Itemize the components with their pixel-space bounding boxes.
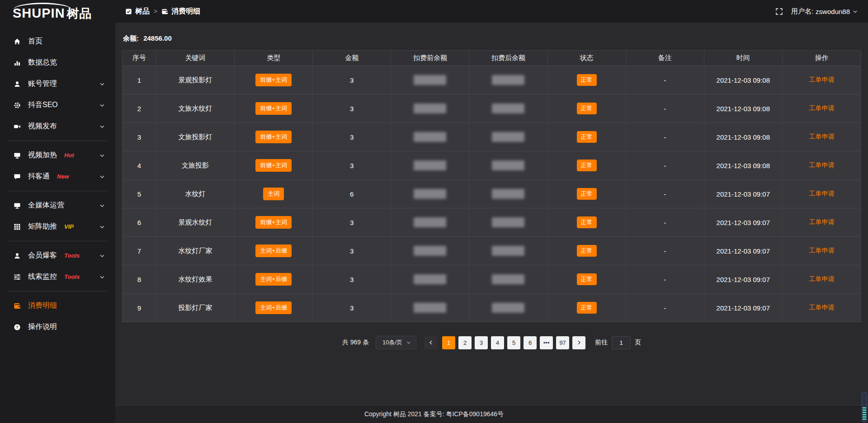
sidebar-item-instructions[interactable]: ? 操作说明 [0,316,115,338]
work-order-link[interactable]: 工单申请 [809,275,834,283]
row-index: 2 [123,94,156,122]
topbar-right: 用户名: zswodun88 [775,7,858,16]
fullscreen-icon[interactable] [775,8,783,15]
home-icon [14,38,21,45]
sidebar-item-consumption-detail[interactable]: 消费明细 [0,295,115,316]
time-cell: 2021-12-03 09:07 [704,208,783,236]
status-cell: 正常 [548,151,626,179]
masked-value [492,303,524,313]
table-row: 9 投影灯厂家 主词+后缀 3 正常 - 2021-12-03 09:07 工单… [123,293,861,322]
sidebar-item-label: 线索监控 [28,272,57,282]
page-button-97[interactable]: 97 [556,336,569,349]
sidebar-item-member-baoke[interactable]: 会员爆客Tools [0,245,115,266]
goto-page-input[interactable] [612,336,631,349]
work-order-link[interactable]: 工单申请 [809,133,834,141]
page-button-1[interactable]: 1 [442,336,455,349]
status-cell: 正常 [548,294,626,322]
sidebar-item-home[interactable]: 首页 [0,31,115,52]
type-cell: 主词+后缀 [235,294,313,322]
prev-page-button[interactable] [424,336,437,349]
page-ellipsis-button[interactable]: ••• [540,336,553,349]
chevron-right-icon [576,340,582,345]
status-badge: 正常 [577,273,597,285]
balance-before-cell [391,94,469,122]
masked-value [492,103,524,113]
sidebar-item-video-publish[interactable]: 视频发布 [0,116,115,137]
type-badge: 前缀+主词 [255,102,292,115]
page-button-3[interactable]: 3 [475,336,488,349]
chevron-down-icon [99,202,105,209]
page-buttons: 123456•••97 [442,336,569,349]
chevron-down-icon [99,253,105,259]
row-index: 3 [123,123,156,151]
work-order-link[interactable]: 工单申请 [809,190,834,198]
balance-after-cell [469,208,547,236]
breadcrumb-separator: > [154,8,157,15]
status-badge: 正常 [577,103,597,114]
balance-before-cell [391,237,469,265]
work-order-link[interactable]: 工单申请 [809,76,834,84]
action-cell: 工单申请 [783,94,861,122]
masked-value [492,217,524,227]
sidebar-item-douyin-seo[interactable]: 抖音SEO [0,94,115,116]
chevron-down-icon [99,123,105,130]
time-cell: 2021-12-03 09:08 [704,66,783,94]
page-button-2[interactable]: 2 [458,336,472,349]
work-order-link[interactable]: 工单申请 [809,247,834,255]
breadcrumb-item-root[interactable]: 树品 [125,7,150,16]
note-cell: - [626,180,704,208]
page-button-5[interactable]: 5 [507,336,520,349]
sidebar-item-clue-monitor[interactable]: 线索监控Tools [0,266,115,287]
work-order-link[interactable]: 工单申请 [809,304,834,312]
goto-label: 前往 [595,338,608,347]
action-cell: 工单申请 [783,66,861,94]
type-badge: 前缀+主词 [255,74,292,86]
status-badge: 正常 [577,302,597,314]
work-order-link[interactable]: 工单申请 [809,104,834,113]
sidebar-item-video-heating[interactable]: 视频加热Hot [0,145,115,166]
sidebar-item-douketong[interactable]: 抖客通New [0,166,115,187]
sidebar-item-matrix-boost[interactable]: 矩阵助推VIP [0,216,115,237]
sidebar-item-label: 矩阵助推 [28,222,57,231]
status-cell: 正常 [548,265,626,293]
time-cell: 2021-12-03 09:07 [704,294,783,322]
sidebar-item-label: 抖客通 [28,172,50,181]
app-logo: SHUPIN树品 [0,0,115,24]
goto-suffix: 页 [635,338,641,347]
next-page-button[interactable] [572,336,585,349]
sidebar-divider [8,191,107,191]
table-row: 7 水纹灯厂家 主词+后缀 3 正常 - 2021-12-03 09:07 工单… [123,236,861,265]
sidebar-item-data-overview[interactable]: 数据总览 [0,52,115,73]
type-cell: 主词 [235,180,313,208]
keyword-cell: 文旅水纹灯 [156,94,235,122]
sidebar-item-label: 数据总览 [28,58,57,67]
sidebar-item-account-management[interactable]: 账号管理 [0,73,115,94]
masked-value [492,189,524,199]
masked-value [414,274,446,284]
time-cell: 2021-12-03 09:07 [704,265,783,293]
sidebar-item-label: 操作说明 [28,322,57,332]
work-order-link[interactable]: 工单申请 [809,218,834,226]
note-cell: - [626,94,704,122]
row-index: 1 [123,66,156,94]
breadcrumb-label: 树品 [135,7,150,16]
user-menu[interactable]: 用户名: zswodun88 [791,7,858,16]
work-order-link[interactable]: 工单申请 [809,161,834,169]
floating-widget[interactable] [862,392,867,422]
page-button-4[interactable]: 4 [491,336,504,349]
action-cell: 工单申请 [783,123,861,151]
sidebar-item-label: 视频发布 [28,122,57,131]
amount-cell: 3 [313,208,391,236]
sidebar-item-omni-media[interactable]: 全媒体运营 [0,195,115,216]
breadcrumb-label: 消费明细 [171,7,200,16]
breadcrumb-item-current[interactable]: 消费明细 [161,7,200,16]
page-size-select[interactable]: 10条/页 [376,336,416,349]
sidebar-item-label: 账号管理 [28,79,57,89]
column-header: 备注 [626,51,704,66]
type-cell: 前缀+主词 [235,151,313,179]
action-cell: 工单申请 [783,208,861,236]
column-header: 状态 [548,51,626,66]
chevron-down-icon [99,81,105,87]
status-badge: 正常 [577,245,597,257]
page-button-6[interactable]: 6 [524,336,537,349]
